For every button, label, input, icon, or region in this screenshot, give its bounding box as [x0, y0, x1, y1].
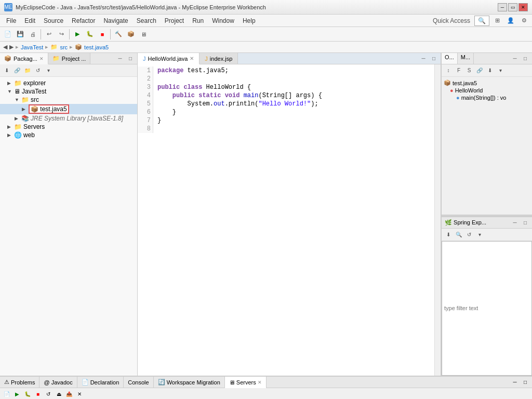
restore-button[interactable]: ▭	[508, 3, 517, 11]
toolbar-settings-btn[interactable]: ⚙	[518, 15, 530, 26]
menu-search[interactable]: Search	[132, 16, 161, 25]
close-tab-icon[interactable]: ✕	[190, 56, 194, 61]
editor-scrollbar[interactable]	[434, 64, 441, 376]
bp-max-btn[interactable]: □	[521, 378, 530, 387]
close-button[interactable]: ✕	[518, 3, 528, 11]
tab-package-explorer[interactable]: 📦 Packag... ✕	[0, 53, 48, 64]
refresh-btn[interactable]: ↺	[33, 66, 43, 75]
menu-refactor[interactable]: Refactor	[68, 16, 99, 25]
new-folder-btn[interactable]: 📁	[23, 66, 32, 75]
run-btn[interactable]: ▶	[72, 29, 83, 40]
disconnect-btn[interactable]: ⏏	[54, 390, 63, 399]
tree-item-web[interactable]: ▶ 🌐 web	[0, 131, 137, 139]
outline-panel: O... M... ─ □ ↕ F S 🔗 ⬇ ▾ 📦	[442, 53, 532, 215]
new-server-btn[interactable]: 📄	[2, 390, 11, 399]
toolbar-perspectives-btn[interactable]: ⊞	[491, 15, 503, 26]
tree-item-src[interactable]: ▼ 📁 src	[0, 96, 137, 104]
debug-server-btn[interactable]: 🐛	[23, 390, 32, 399]
tab-console[interactable]: Console	[124, 377, 153, 388]
new-btn[interactable]: 📄	[2, 29, 14, 40]
menu-navigate[interactable]: Navigate	[99, 16, 132, 25]
outline-item-method[interactable]: ● main(String[]) : vo	[442, 94, 532, 101]
tab-servers[interactable]: 🖥 Servers ✕	[225, 377, 267, 388]
menu-run[interactable]: Run	[188, 16, 208, 25]
collapse-all-btn[interactable]: ⬇	[2, 66, 11, 75]
filter-btn[interactable]: 🔍	[454, 230, 463, 239]
stop-btn[interactable]: ■	[97, 29, 108, 40]
tree-item-javatest[interactable]: ▼ 🖥 JavaTest	[0, 87, 137, 96]
save-btn[interactable]: 💾	[15, 29, 26, 40]
tree-item-jre[interactable]: ▶ 📚 JRE System Library [JavaSE-1.8]	[0, 114, 137, 123]
spring-filter-input[interactable]	[442, 241, 532, 376]
editor-min-btn[interactable]: ─	[419, 54, 428, 63]
hide-static-btn[interactable]: S	[464, 66, 474, 75]
menu-help[interactable]: Help	[238, 16, 260, 25]
tab-declaration[interactable]: 📄 Declaration	[77, 377, 124, 388]
bottom-tabs: ⚠ Problems @ Javadoc 📄 Declaration Conso…	[0, 377, 532, 388]
menu-btn[interactable]: ▾	[475, 230, 484, 239]
outline-item-pkg[interactable]: 📦 test.java5	[442, 79, 532, 87]
breadcrumb-src[interactable]: src	[60, 44, 68, 50]
menu-btn[interactable]: ▾	[496, 66, 505, 75]
tab-spring-explorer[interactable]: 🌿 Spring Exp...	[442, 218, 489, 227]
restart-server-btn[interactable]: ↺	[44, 390, 53, 399]
debug-btn[interactable]: 🐛	[84, 29, 96, 40]
tab-project-explorer[interactable]: 📁 Project ...	[48, 53, 90, 64]
redo-btn[interactable]: ↪	[56, 29, 67, 40]
editor-max-btn[interactable]: □	[429, 54, 438, 63]
toolbar-user-btn[interactable]: 👤	[505, 15, 516, 26]
expand-icon: ▶	[7, 124, 12, 129]
tab-outline[interactable]: O...	[442, 53, 458, 64]
close-icon[interactable]: ✕	[258, 380, 262, 385]
menu-btn[interactable]: ▾	[44, 66, 53, 75]
breadcrumb-testjava5[interactable]: test.java5	[84, 44, 109, 50]
tab-workspace-migration[interactable]: 🔄 Workspace Migration	[154, 377, 225, 388]
expand-all-btn[interactable]: ⬇	[485, 66, 495, 75]
close-icon[interactable]: ✕	[39, 56, 44, 61]
link-editor-btn[interactable]: 🔗	[12, 66, 22, 75]
collapse-btn[interactable]: ⬇	[444, 230, 453, 239]
editor-tab-indexjsp[interactable]: J index.jsp	[200, 53, 238, 64]
server-btn[interactable]: 🖥	[138, 29, 149, 40]
menu-source[interactable]: Source	[39, 16, 68, 25]
code-editor[interactable]: 1 2 3 4 5 6 7 8 package test.java5; publ…	[138, 64, 441, 376]
menu-file[interactable]: File	[2, 16, 20, 25]
menu-edit[interactable]: Edit	[20, 16, 39, 25]
expand-icon: ▶	[7, 81, 12, 86]
quick-access-box[interactable]: 🔍	[474, 16, 489, 26]
tab-members[interactable]: M...	[458, 53, 474, 64]
remove-btn[interactable]: ✕	[75, 390, 84, 399]
spring-max-btn[interactable]: □	[521, 218, 530, 227]
menu-project[interactable]: Project	[161, 16, 188, 25]
bp-min-btn[interactable]: ─	[510, 378, 520, 387]
maximize-panel-btn[interactable]: □	[126, 54, 135, 63]
hide-fields-btn[interactable]: F	[454, 66, 463, 75]
start-server-btn[interactable]: ▶	[12, 390, 22, 399]
publish-btn[interactable]: 📤	[64, 390, 74, 399]
breadcrumb-javatest[interactable]: JavaTest	[21, 44, 43, 50]
editor-tab-helloworld[interactable]: J HelloWorld.java ✕	[138, 53, 200, 64]
tab-problems[interactable]: ⚠ Problems	[0, 377, 39, 388]
spring-min-btn[interactable]: ─	[510, 218, 520, 227]
outline-min-btn[interactable]: ─	[510, 54, 520, 63]
refresh-btn[interactable]: ↺	[464, 230, 474, 239]
stop-server-btn[interactable]: ■	[33, 390, 43, 399]
build-btn[interactable]: 🔨	[113, 29, 124, 40]
tree-item-explorer[interactable]: ▶ 📁 explorer	[0, 79, 137, 87]
minimize-panel-btn[interactable]: ─	[115, 54, 125, 63]
deploy-btn[interactable]: 📦	[125, 29, 137, 40]
print-btn[interactable]: 🖨	[27, 29, 38, 40]
breadcrumb-nav-icon[interactable]: ◀	[3, 44, 7, 50]
sort-btn[interactable]: ↕	[444, 66, 453, 75]
breadcrumb-nav-icon-fwd[interactable]: ▶	[9, 44, 14, 50]
tab-javadoc[interactable]: @ Javadoc	[39, 377, 77, 388]
tree-item-testjava5[interactable]: ▶ 📦 test.java5	[0, 104, 137, 114]
undo-btn[interactable]: ↩	[43, 29, 55, 40]
outline-max-btn[interactable]: □	[521, 54, 530, 63]
minimize-button[interactable]: ─	[498, 3, 507, 11]
main-area: 📦 Packag... ✕ 📁 Project ... ─ □ ⬇ 🔗 📁 ↺ …	[0, 53, 532, 376]
tree-item-servers[interactable]: ▶ 📁 Servers	[0, 123, 137, 131]
sync-btn[interactable]: 🔗	[475, 66, 484, 75]
outline-item-class[interactable]: ● HelloWorld	[442, 87, 532, 94]
menu-window[interactable]: Window	[208, 16, 238, 25]
